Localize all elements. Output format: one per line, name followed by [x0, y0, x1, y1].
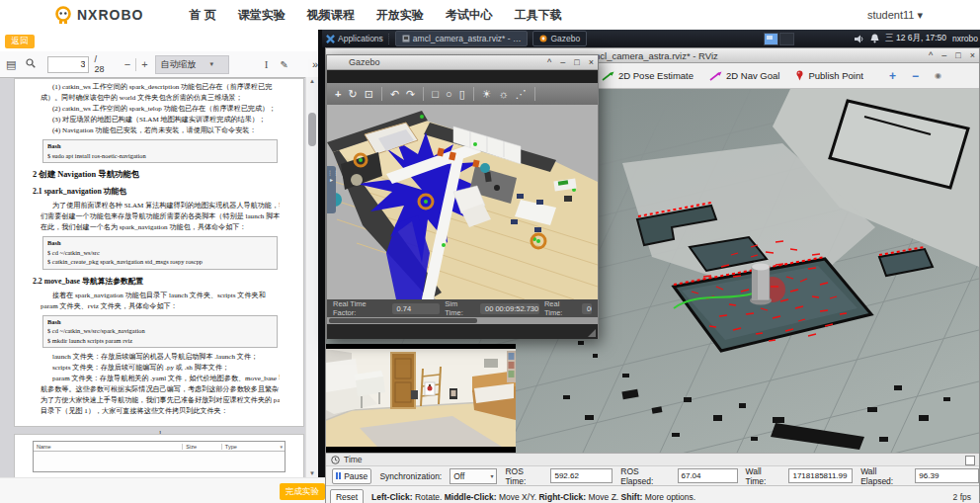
- gazebo-window-icon: [539, 35, 547, 42]
- doc-line: (1) catkin_ws 工作空间的 spark_description 功能…: [41, 82, 280, 93]
- scroll-down-icon[interactable]: ▼: [306, 470, 318, 476]
- insert-sphere-icon[interactable]: ○: [446, 84, 452, 104]
- code-line: $ catkin_create_pkg spark_navigation std…: [47, 257, 273, 267]
- undo-icon[interactable]: ↶: [390, 84, 399, 104]
- panel-detach-icon[interactable]: [965, 456, 975, 465]
- gazebo-maximize-icon[interactable]: □: [574, 55, 579, 69]
- insert-cylinder-icon[interactable]: ▯: [459, 84, 465, 104]
- gazebo-panel-collapsed-tab[interactable]: ⋮⋮▸: [327, 166, 336, 213]
- taskbar-hostname: nxrobo: [952, 34, 978, 43]
- gazebo-3d-viewport[interactable]: ⋮⋮▸: [327, 105, 598, 299]
- doc-line: (4) Navigation 功能包已安装，若尚未安装，请使用以下命令安装：: [41, 126, 280, 136]
- brand-name: NXROBO: [77, 7, 143, 23]
- rviz-close-icon[interactable]: ×: [970, 48, 975, 62]
- applications-menu[interactable]: Applications: [326, 34, 383, 43]
- workspace-1[interactable]: [764, 33, 778, 45]
- reset-button[interactable]: Reset: [330, 489, 364, 503]
- main-menu: 首 页 课堂实验 视频课程 开放实验 考试中心 工具下载: [189, 7, 561, 24]
- tool-2d-pose-estimate[interactable]: 2D Pose Estimate: [602, 70, 694, 81]
- gazebo-hscrollbar[interactable]: [327, 317, 598, 324]
- code-line: $ mkdir launch scripts param rviz: [47, 336, 273, 346]
- nav-item-class-labs[interactable]: 课堂实验: [238, 7, 286, 24]
- gazebo-minimize-icon[interactable]: –: [560, 55, 565, 69]
- zoom-out-icon[interactable]: −: [124, 58, 130, 70]
- remove-tool-icon[interactable]: −: [912, 69, 919, 83]
- taskbar-window-rviz[interactable]: amcl_camera_astra.rviz* - …: [395, 31, 529, 46]
- text-select-tool-icon[interactable]: I: [265, 58, 269, 70]
- code-line: $ sudo apt install ros-noetic-navigation: [47, 151, 273, 161]
- ros-time-field[interactable]: 592.62: [550, 468, 612, 483]
- rotate-mode-icon[interactable]: ↻: [348, 84, 357, 104]
- gazebo-3d-scene: [327, 105, 598, 299]
- spot-light-icon[interactable]: ☼: [499, 84, 509, 104]
- zoom-select[interactable]: 自动缩放 ▾: [155, 55, 229, 74]
- taskbar-clock[interactable]: 三 12 6月, 17:50: [885, 33, 946, 44]
- annotate-tool-icon[interactable]: ✎: [280, 59, 287, 70]
- rviz-maximize-icon[interactable]: □: [955, 48, 960, 62]
- pause-button[interactable]: Pause: [332, 468, 371, 484]
- user-menu[interactable]: student11 ▾: [867, 9, 923, 22]
- pdf-scrollbar[interactable]: ▲ ▼: [305, 77, 318, 477]
- add-tool-icon[interactable]: +: [889, 69, 896, 83]
- nav-item-tools-download[interactable]: 工具下载: [515, 7, 562, 24]
- back-button[interactable]: 返回: [5, 35, 35, 48]
- pdf-scrollbar-thumb[interactable]: [308, 113, 316, 146]
- search-icon[interactable]: [26, 58, 36, 70]
- page-footer-bar: 完成实验: [0, 477, 326, 503]
- gazebo-menubar[interactable]: [327, 70, 598, 83]
- sidebar-toggle-icon[interactable]: ▤: [6, 58, 16, 71]
- wall-elapsed-field[interactable]: 96.39: [915, 468, 979, 483]
- zoom-in-icon[interactable]: +: [141, 58, 147, 70]
- scale-mode-icon[interactable]: ⊡: [365, 84, 373, 104]
- page-number-input[interactable]: [47, 56, 89, 73]
- gazebo-titlebar[interactable]: Gazebo ^ – □ ×: [327, 55, 598, 70]
- gazebo-shade-icon[interactable]: ^: [547, 55, 551, 69]
- rtf-value: 0.74: [392, 303, 441, 314]
- rviz-shade-icon[interactable]: ^: [929, 48, 933, 62]
- nav-item-open-labs[interactable]: 开放实验: [376, 7, 424, 24]
- workspace-2[interactable]: [779, 33, 794, 45]
- doc-line: (2) catkin_ws 工作空间的 spark_telop 功能包已存在（前…: [41, 104, 280, 115]
- point-light-icon[interactable]: ☀: [482, 84, 492, 104]
- tool-publish-point[interactable]: Publish Point: [795, 70, 862, 81]
- pause-icon: [336, 472, 341, 479]
- wall-time-label: Wall Time:: [746, 466, 781, 486]
- tool-2d-nav-goal[interactable]: 2D Nav Goal: [709, 70, 779, 81]
- sim-time-value: 00 00:09:52.730: [480, 303, 539, 314]
- insert-box-icon[interactable]: □: [432, 84, 439, 104]
- finish-experiment-button[interactable]: 完成实验: [280, 483, 325, 500]
- resize-grip[interactable]: [588, 329, 596, 337]
- camera-image: [326, 349, 516, 447]
- nav-item-home[interactable]: 首 页: [189, 7, 215, 24]
- redo-icon[interactable]: ↷: [406, 84, 415, 104]
- pdf-document-area[interactable]: (1) catkin_ws 工作空间的 spark_description 功能…: [0, 77, 306, 477]
- gazebo-hscrollbar-thumb[interactable]: [329, 318, 477, 323]
- time-panel-title: Time: [344, 455, 363, 464]
- doc-line: 航参数等。这些参数可根据实际情况自己编写，考虑到这部分参数较多且繁杂，: [41, 384, 280, 395]
- brand-logo[interactable]: NXROBO: [53, 5, 143, 25]
- directional-light-icon[interactable]: ⋰: [516, 84, 527, 104]
- workspace-switcher[interactable]: [764, 33, 794, 45]
- doc-line: 为了使用前面课程各种 SLAM 算法构建得到的地图实现机器人导航功能，我: [41, 201, 280, 211]
- nav-item-video-courses[interactable]: 视频课程: [307, 7, 355, 24]
- ros-elapsed-field[interactable]: 67.04: [678, 468, 738, 483]
- volume-icon[interactable]: [855, 35, 864, 43]
- notifications-bell-icon[interactable]: [870, 34, 879, 43]
- time-panel-header[interactable]: Time: [326, 454, 979, 466]
- gazebo-close-icon[interactable]: ×: [589, 55, 594, 69]
- tool-properties-icon[interactable]: ◉: [935, 71, 941, 80]
- camera-image-panel[interactable]: [326, 344, 516, 453]
- taskbar-window-gazebo[interactable]: Gazebo: [532, 31, 587, 46]
- wall-time-field[interactable]: 1718185811.99: [788, 468, 853, 483]
- scroll-up-icon[interactable]: ▲: [306, 78, 318, 84]
- translate-mode-icon[interactable]: +: [335, 84, 341, 104]
- user-caret-icon: ▾: [917, 9, 923, 21]
- sync-label: Synchronization:: [379, 471, 442, 481]
- pdf-page-2: Name Size Type▾: [14, 434, 304, 477]
- rviz-minimize-icon[interactable]: –: [941, 48, 946, 62]
- taskbar-separator: [388, 34, 390, 44]
- publish-point-pin-icon: [795, 70, 804, 81]
- nav-item-exam-center[interactable]: 考试中心: [446, 7, 493, 24]
- sync-select[interactable]: Off ▾: [449, 468, 497, 484]
- ros-time-label: ROS Time:: [505, 466, 542, 486]
